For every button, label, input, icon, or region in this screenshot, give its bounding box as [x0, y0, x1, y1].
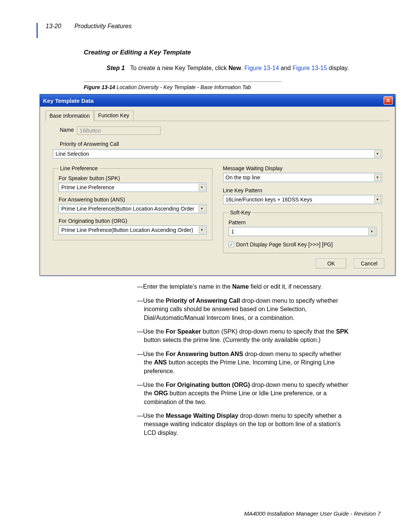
page-footer: MA4000 Installation Manager User Guide -…: [244, 510, 381, 517]
page-number: 13-20: [46, 23, 61, 29]
soft-key-legend: Soft-Key: [229, 209, 252, 216]
list-item: —Enter the template's name in the Name f…: [137, 283, 350, 291]
step-1: Step 1 To create a new Key Template, cli…: [107, 64, 381, 72]
list-item: —Use the Message Waiting Display drop-do…: [137, 412, 350, 437]
cancel-button[interactable]: Cancel: [354, 259, 384, 268]
pattern-label: Pattern: [229, 219, 377, 225]
msg-dropdown[interactable]: On the top line ▼: [223, 173, 382, 182]
chevron-down-icon: ▼: [199, 227, 206, 233]
line-preference-legend: Line Preference: [59, 165, 99, 171]
chevron-down-icon: ▼: [368, 228, 375, 235]
figure-link-13-15[interactable]: Figure 13-15: [293, 65, 327, 71]
list-item: —Use the For Answering button ANS drop-d…: [137, 350, 350, 375]
key-template-dialog: Key Template Data ✕ Base Information Fun…: [40, 94, 395, 276]
lkp-label: Line Key Pattern: [223, 187, 382, 193]
step-text: To create a new Key Template, click New.…: [130, 64, 349, 72]
org-dropdown[interactable]: Prime Line Prefrence(Button Location Asc…: [59, 225, 207, 235]
chevron-down-icon: ▼: [374, 150, 381, 157]
dialog-titlebar[interactable]: Key Template Data ✕: [40, 94, 395, 107]
tab-base-information[interactable]: Base Information: [45, 110, 94, 121]
instruction-list: —Enter the template's name in the Name f…: [137, 283, 350, 437]
spk-label: For Speaker button (SPK): [59, 175, 207, 181]
dialog-tabs: Base Information Function Key: [45, 110, 390, 121]
page-scroll-label: Don't Display Page Scroll Key [>>>] [PG]: [236, 241, 333, 248]
pattern-dropdown[interactable]: 1 ▼: [229, 227, 377, 236]
org-label: For Originating button (ORG): [59, 218, 207, 224]
list-item: —Use the For Speaker button (SPK) drop-d…: [137, 328, 350, 345]
priority-label: Priority of Answering Call: [60, 141, 386, 147]
left-margin-rule: [37, 23, 38, 38]
line-preference-group: Line Preference For Speaker button (SPK)…: [53, 165, 212, 240]
lkp-dropdown[interactable]: 16Line/Function keys + 16DSS Keys ▼: [223, 195, 382, 204]
page-scroll-checkbox[interactable]: ✓: [229, 242, 234, 247]
priority-dropdown[interactable]: Line Selection ▼: [53, 149, 382, 158]
list-item: —Use the Priority of Answering Call drop…: [137, 297, 350, 322]
ans-dropdown[interactable]: Prime Line Preference(Button Location As…: [59, 204, 207, 213]
chapter-title: Productivity Features: [74, 23, 131, 29]
chevron-down-icon: ▼: [199, 184, 206, 191]
figure-caption: Figure 13-14 Location Diversity - Key Te…: [84, 84, 381, 90]
chevron-down-icon: ▼: [374, 174, 381, 181]
ans-label: For Answering button (ANS): [59, 197, 207, 203]
chevron-down-icon: ▼: [199, 205, 206, 212]
ok-button[interactable]: OK: [316, 259, 346, 268]
name-input[interactable]: 16Button: [77, 126, 161, 135]
soft-key-group: Soft-Key Pattern 1 ▼ ✓ Don't Display Pag…: [223, 209, 382, 253]
name-label: Name: [60, 127, 74, 133]
section-title: Creating or Editing a Key Template: [84, 49, 381, 56]
step-label: Step 1: [107, 64, 125, 72]
dialog-title: Key Template Data: [43, 97, 94, 104]
figure-link-13-14[interactable]: Figure 13-14: [244, 65, 279, 71]
chevron-down-icon: ▼: [374, 196, 381, 203]
msg-label: Message Waiting Display: [223, 165, 382, 171]
page-header: 13-20 Productivity Features: [38, 23, 381, 30]
figure-caption-rule: [84, 81, 282, 82]
list-item: —Use the For Originating button (ORG) dr…: [137, 381, 350, 406]
spk-dropdown[interactable]: Prime Line Preference ▼: [59, 183, 207, 192]
tab-function-key[interactable]: Function Key: [94, 110, 134, 121]
close-icon[interactable]: ✕: [384, 96, 393, 105]
